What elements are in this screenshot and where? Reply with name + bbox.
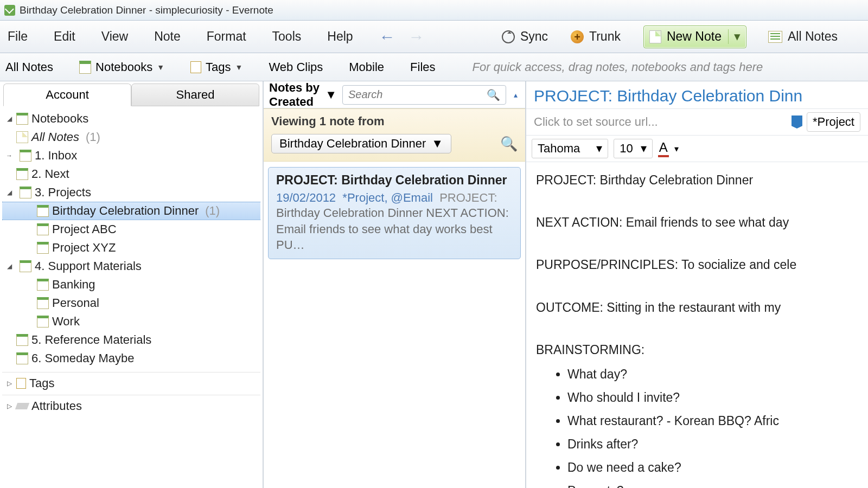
menu-format[interactable]: Format (207, 29, 246, 44)
source-url-field[interactable]: Click to set source url... (534, 115, 787, 129)
chevron-down-icon: ▼ (157, 63, 164, 72)
tree-support[interactable]: ◢4. Support Materials (2, 257, 260, 275)
font-color-button[interactable]: A (658, 140, 669, 157)
note-card-title: PROJECT: Birthday Celebration Dinner (276, 173, 513, 188)
collapse-icon[interactable]: ◢ (5, 115, 13, 123)
notebook-icon (37, 205, 49, 217)
all-notes-label: All Notes (788, 29, 838, 44)
brainstorm-list: What day? Who should I invite? What rest… (567, 364, 858, 488)
search-input[interactable] (348, 88, 487, 101)
expand-icon[interactable]: → (5, 152, 13, 159)
chevron-down-icon: ▼ (431, 137, 443, 151)
note-icon (16, 131, 28, 143)
note-card-date: 19/02/2012 (276, 191, 336, 204)
trunk-icon (571, 30, 584, 43)
note-line: BRAINSTORMING: (536, 339, 858, 361)
note-line: NEXT ACTION: Email friends to see what d… (536, 212, 858, 233)
nav-back-icon[interactable]: ← (379, 28, 395, 46)
filter-mobile[interactable]: Mobile (349, 60, 384, 74)
tree-banking[interactable]: Banking (2, 275, 260, 294)
note-body[interactable]: PROJECT: Birthday Celebration Dinner NEX… (526, 162, 868, 488)
note-list-header: Notes by Created▼ 🔍 ▴ (264, 81, 525, 108)
tree-reference[interactable]: 5. Reference Materials (2, 331, 260, 349)
menu-tools[interactable]: Tools (272, 29, 302, 44)
tab-account[interactable]: Account (3, 84, 131, 106)
tag-icon (16, 378, 26, 389)
sort-dropdown[interactable]: Notes by Created▼ (269, 81, 337, 109)
notebook-icon (16, 113, 28, 125)
note-editor: PROJECT: Birthday Celebration Dinn Click… (526, 81, 868, 488)
tag-icon[interactable] (792, 115, 802, 129)
notebook-tree: ◢Notebooks All Notes(1) →1. Inbox 2. Nex… (0, 106, 263, 488)
menu-note[interactable]: Note (154, 29, 181, 44)
viewing-banner: Viewing 1 note from Birthday Celebration… (264, 108, 525, 162)
collapse-icon[interactable]: ◢ (5, 262, 13, 270)
note-line: PURPOSE/PRINCIPLES: To socialize and cel… (536, 254, 858, 275)
tree-tags[interactable]: ▷Tags (2, 372, 260, 390)
filter-web-clips[interactable]: Web Clips (269, 60, 323, 74)
filter-all-notes[interactable]: All Notes (5, 60, 53, 74)
filter-notebooks[interactable]: Notebooks▼ (79, 60, 164, 74)
chevron-down-icon: ▾ (596, 142, 602, 156)
collapse-icon[interactable]: ▴ (512, 91, 520, 99)
search-scope-icon[interactable]: 🔍 (500, 136, 518, 152)
expand-icon[interactable]: ▷ (5, 380, 13, 387)
search-box[interactable]: 🔍 (342, 85, 506, 105)
sync-label: Sync (520, 29, 548, 44)
list-item: What restaurant? - Korean BBQ? Afric (567, 410, 858, 432)
tree-notebooks[interactable]: ◢Notebooks (2, 110, 260, 128)
notebook-icon (37, 279, 49, 291)
format-toolbar: Tahoma▾ 10▾ A▾ (526, 135, 868, 162)
note-card[interactable]: PROJECT: Birthday Celebration Dinner 19/… (268, 167, 521, 259)
filter-tags[interactable]: Tags▼ (190, 60, 242, 74)
sync-button[interactable]: Sync (502, 29, 548, 44)
menu-file[interactable]: File (8, 29, 28, 44)
viewing-label: Viewing 1 note from (271, 114, 518, 129)
list-item: Drinks after? (567, 434, 858, 455)
note-title[interactable]: PROJECT: Birthday Celebration Dinn (534, 87, 860, 105)
notebook-icon (20, 187, 31, 198)
tree-project-abc[interactable]: Project ABC (2, 220, 260, 239)
tree-personal[interactable]: Personal (2, 294, 260, 312)
chevron-down-icon: ▾ (641, 142, 647, 156)
viewing-notebook-dropdown[interactable]: Birthday Celebration Dinner▼ (271, 134, 451, 153)
note-line: OUTCOME: Sitting in the restaurant with … (536, 297, 858, 318)
all-notes-button[interactable]: All Notes (768, 29, 838, 44)
tree-project-xyz[interactable]: Project XYZ (2, 239, 260, 257)
sidebar: Account Shared ◢Notebooks All Notes(1) →… (0, 81, 264, 488)
tree-someday[interactable]: 6. Someday Maybe (2, 349, 260, 368)
tree-projects[interactable]: ◢3. Projects (2, 183, 260, 202)
font-size-dropdown[interactable]: 10▾ (614, 139, 652, 158)
menu-view[interactable]: View (101, 29, 128, 44)
notebook-icon (37, 242, 49, 254)
notebook-icon (37, 223, 49, 235)
collapse-icon[interactable]: ◢ (5, 189, 13, 196)
nav-forward-icon[interactable]: → (409, 28, 425, 46)
tree-all-notes[interactable]: All Notes(1) (2, 128, 260, 146)
notebook-icon (37, 297, 49, 309)
menu-edit[interactable]: Edit (54, 29, 75, 44)
trunk-button[interactable]: Trunk (571, 29, 621, 44)
new-note-icon (649, 30, 661, 43)
new-note-dropdown[interactable]: ▾ (728, 29, 741, 44)
tree-next[interactable]: 2. Next (2, 165, 260, 183)
tree-attributes[interactable]: ▷Attributes (2, 395, 260, 413)
new-note-button[interactable]: New Note ▾ (643, 25, 746, 48)
menubar: File Edit View Note Format Tools Help ← … (0, 21, 868, 53)
font-family-dropdown[interactable]: Tahoma▾ (532, 139, 608, 158)
notebook-icon (16, 334, 28, 346)
search-icon[interactable]: 🔍 (487, 88, 500, 101)
chevron-down-icon[interactable]: ▾ (674, 144, 679, 154)
tree-inbox[interactable]: →1. Inbox (2, 146, 260, 165)
tree-project-birthday[interactable]: Birthday Celebration Dinner(1) (2, 202, 260, 220)
menu-help[interactable]: Help (327, 29, 353, 44)
tab-shared[interactable]: Shared (131, 84, 259, 106)
filter-files[interactable]: Files (410, 60, 435, 74)
filter-bar: All Notes Notebooks▼ Tags▼ Web Clips Mob… (0, 53, 868, 81)
note-line: PROJECT: Birthday Celebration Dinner (536, 170, 858, 191)
expand-icon[interactable]: ▷ (5, 402, 13, 410)
tree-work[interactable]: Work (2, 312, 260, 331)
window-title: Birthday Celebration Dinner - simplecuri… (20, 4, 273, 16)
nav-arrows: ← → (379, 28, 425, 46)
note-tag[interactable]: *Project (807, 112, 860, 132)
